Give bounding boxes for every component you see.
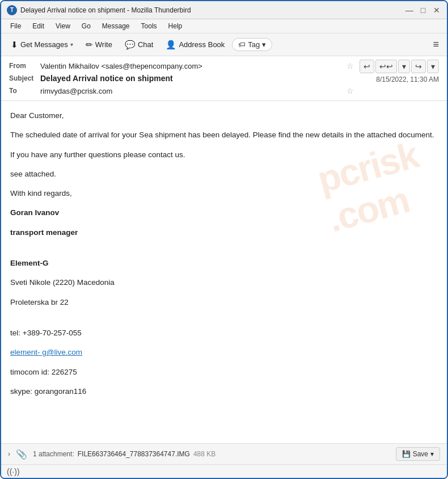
attachment-count: 1 attachment:: [33, 450, 74, 458]
sig-email-link[interactable]: element- g@live.com: [10, 348, 82, 356]
from-star-icon[interactable]: ☆: [346, 61, 354, 70]
sig-timocom: timocom id: 226275: [10, 367, 438, 378]
chat-button[interactable]: 💬 Chat: [120, 37, 158, 53]
tag-button[interactable]: 🏷 Tag ▾: [232, 38, 272, 51]
title-bar-controls: — □ ✕: [405, 6, 441, 15]
attachment-size: 488 KB: [193, 450, 215, 458]
attachment-filename: FILE663736464_778837364747.IMG: [78, 450, 190, 458]
menu-file[interactable]: File: [6, 20, 26, 32]
get-messages-button[interactable]: ⬇ Get Messages ▾: [6, 37, 78, 53]
menu-edit[interactable]: Edit: [28, 20, 49, 32]
main-window: T Delayed Arrival notice on shipment - M…: [0, 0, 448, 479]
subject-label: Subject: [9, 74, 40, 82]
toolbar: ⬇ Get Messages ▾ ✏ Write 💬 Chat 👤 Addres…: [1, 33, 447, 56]
get-messages-label: Get Messages: [20, 40, 68, 49]
signature-block: Goran Ivanov transport menager Element-G…: [10, 207, 438, 397]
hamburger-menu[interactable]: ≡: [429, 36, 442, 53]
attachment-bar: › 📎 1 attachment: FILE663736464_77883736…: [1, 443, 447, 464]
write-button[interactable]: ✏ Write: [81, 37, 117, 53]
tag-label: Tag: [248, 40, 260, 49]
menu-tools[interactable]: Tools: [137, 20, 162, 32]
menu-go[interactable]: Go: [77, 20, 95, 32]
paragraph3: see attached.: [10, 169, 438, 180]
from-row: From Valentin Mikhailov <sales@thepencom…: [9, 60, 354, 72]
address-book-icon: 👤: [166, 40, 176, 50]
write-label: Write: [95, 40, 112, 49]
menu-view[interactable]: View: [51, 20, 75, 32]
forward-button[interactable]: ↪: [411, 60, 426, 73]
to-value: rimvydas@pcrisk.com: [40, 87, 343, 95]
reply-button[interactable]: ↩: [360, 60, 374, 73]
sig-title: transport menager: [10, 227, 438, 238]
tag-arrow: ▾: [262, 40, 266, 49]
save-label: Save: [413, 450, 428, 458]
header-right: ↩ ↩↩ ▾ ↪ ▾ 8/15/2022, 11:30 AM: [354, 60, 439, 83]
from-label: From: [9, 62, 40, 70]
close-button[interactable]: ✕: [432, 6, 441, 15]
sig-tel: tel: +389-70-257-055: [10, 327, 438, 339]
title-bar: T Delayed Arrival notice on shipment - M…: [1, 1, 447, 19]
save-arrow: ▾: [430, 450, 434, 458]
greeting: Dear Customer,: [10, 110, 438, 121]
attachment-info: 1 attachment: FILE663736464_778837364747…: [33, 450, 390, 458]
sig-address1: Sveti Nikole (2220) Macedonia: [10, 277, 438, 288]
to-star-icon[interactable]: ☆: [346, 86, 354, 95]
save-icon: 💾: [402, 450, 411, 458]
chat-icon: 💬: [125, 40, 136, 50]
address-book-label: Address Book: [179, 40, 225, 49]
from-value: Valentin Mikhailov <sales@thepencompany.…: [40, 62, 343, 70]
sig-company: Element-G: [10, 258, 438, 269]
maximize-button[interactable]: □: [419, 6, 428, 15]
to-label: To: [9, 87, 40, 95]
status-bar: ((·)): [1, 464, 447, 478]
paragraph1: The scheduled date of arrival for your S…: [10, 129, 438, 141]
sig-address2: Proleterska br 22: [10, 297, 438, 308]
minimize-button[interactable]: —: [405, 6, 414, 15]
app-icon: T: [7, 5, 17, 15]
email-headers: From Valentin Mikhailov <sales@thepencom…: [1, 56, 447, 101]
sig-name: Goran Ivanov: [10, 207, 438, 219]
write-icon: ✏: [86, 40, 93, 50]
menu-message[interactable]: Message: [98, 20, 134, 32]
paragraph2: If you have any further questions please…: [10, 149, 438, 161]
header-left: From Valentin Mikhailov <sales@thepencom…: [9, 60, 354, 97]
attachment-expand-icon[interactable]: ›: [8, 450, 10, 458]
sig-skype: skype: gorangoran116: [10, 386, 438, 397]
menu-bar: File Edit View Go Message Tools Help: [1, 19, 447, 33]
forward-more-button[interactable]: ▾: [427, 60, 439, 73]
reply-all-button[interactable]: ↩↩: [375, 60, 397, 73]
subject-value: Delayed Arrival notice on shipment: [40, 74, 354, 83]
header-top-row: From Valentin Mikhailov <sales@thepencom…: [9, 60, 439, 97]
email-body: pcrisk .com Dear Customer, The scheduled…: [1, 101, 447, 443]
address-book-button[interactable]: 👤 Address Book: [160, 37, 230, 53]
reply-buttons: ↩ ↩↩ ▾ ↪ ▾: [360, 60, 439, 73]
paragraph4: With kind regards,: [10, 188, 438, 199]
title-bar-left: T Delayed Arrival notice on shipment - M…: [7, 5, 191, 15]
window-title: Delayed Arrival notice on shipment - Moz…: [20, 6, 191, 14]
tag-icon: 🏷: [238, 40, 246, 49]
more-button[interactable]: ▾: [398, 60, 410, 73]
sig-email: element- g@live.com: [10, 347, 438, 358]
attachment-paperclip-icon: 📎: [16, 449, 27, 460]
menu-help[interactable]: Help: [164, 20, 187, 32]
subject-row: Subject Delayed Arrival notice on shipme…: [9, 72, 354, 85]
chat-label: Chat: [138, 40, 153, 49]
signal-icon: ((·)): [7, 467, 20, 476]
get-messages-icon: ⬇: [11, 40, 18, 50]
email-date: 8/15/2022, 11:30 AM: [376, 75, 439, 83]
to-row: To rimvydas@pcrisk.com ☆: [9, 85, 354, 97]
save-button[interactable]: 💾 Save ▾: [396, 447, 440, 461]
get-messages-arrow: ▾: [70, 41, 73, 48]
